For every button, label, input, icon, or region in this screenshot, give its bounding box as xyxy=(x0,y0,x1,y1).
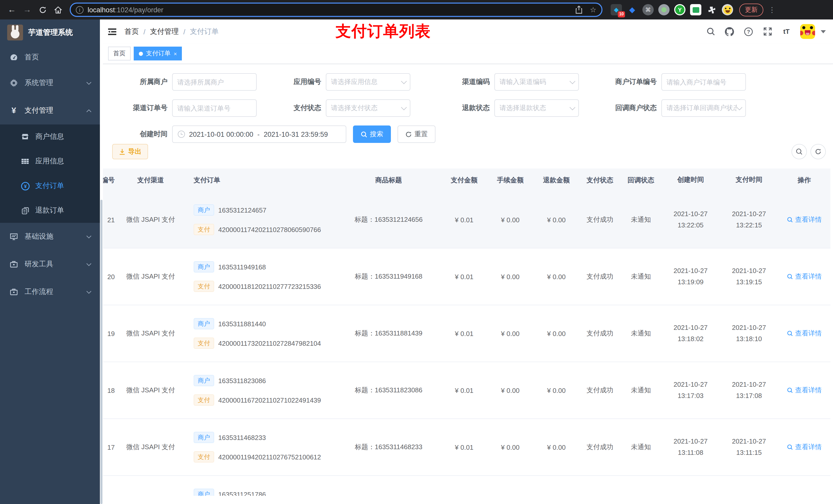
back-icon[interactable]: ← xyxy=(5,3,19,16)
col-header-id: 编号 xyxy=(102,175,115,185)
help-icon[interactable]: ? xyxy=(743,26,754,37)
col-header-title: 商品标题 xyxy=(336,175,441,185)
caret-down-icon[interactable] xyxy=(821,30,826,33)
scrollbar-thumb[interactable] xyxy=(100,200,102,504)
sidebar-item-infra[interactable]: 基础设施 xyxy=(0,223,100,250)
show-search-button[interactable] xyxy=(791,144,807,159)
merchant-input-field[interactable] xyxy=(177,78,252,86)
table-toolbar: 导出 xyxy=(100,144,833,159)
menu-fold-icon[interactable] xyxy=(107,26,117,37)
logo-image xyxy=(7,24,23,40)
search-icon[interactable] xyxy=(706,26,716,37)
cell-fee: ¥ 0.00 xyxy=(487,330,533,337)
search-button[interactable]: 搜索 xyxy=(353,125,391,143)
merchant-order-input[interactable] xyxy=(661,73,746,91)
share-icon[interactable] xyxy=(576,6,583,14)
view-detail-link[interactable]: 查看详情 xyxy=(787,329,822,338)
red-annotation: 支付订单列表 xyxy=(336,21,431,42)
cell-notify: 未通知 xyxy=(620,386,661,395)
cell-refund: ¥ 0.00 xyxy=(533,443,579,451)
user-avatar[interactable] xyxy=(800,24,815,39)
refresh-button[interactable] xyxy=(810,144,826,159)
extensions-puzzle-icon[interactable] xyxy=(706,4,717,15)
url-bar[interactable]: i localhost:1024/pay/order ☆ xyxy=(70,3,602,17)
app-title: 芋道管理系统 xyxy=(28,27,73,37)
tab-pay-order[interactable]: 支付订单 × xyxy=(134,47,182,61)
cell-action: 查看详情 xyxy=(778,442,830,452)
update-button[interactable]: 更新 xyxy=(739,3,763,16)
view-detail-link[interactable]: 查看详情 xyxy=(787,272,822,281)
filter-label: 退款状态 xyxy=(410,103,494,113)
export-button[interactable]: 导出 xyxy=(112,144,148,159)
close-icon[interactable]: × xyxy=(174,50,177,56)
sidebar-item-system[interactable]: 系统管理 xyxy=(0,69,100,97)
extension-chat-icon[interactable] xyxy=(690,4,701,15)
tab-home[interactable]: 首页 xyxy=(108,47,130,61)
sidebar-item-refund-order[interactable]: 退款订单 xyxy=(0,198,100,223)
notify-status-select[interactable]: 请选择订单回调商户状态 xyxy=(661,99,746,117)
cell-action: 查看详情 xyxy=(778,215,830,224)
breadcrumb-pay[interactable]: 支付管理 xyxy=(150,27,179,36)
channel-order-no: 4200001167202110271022491439 xyxy=(218,396,321,404)
fullscreen-icon[interactable] xyxy=(762,26,772,37)
cell-notify: 未通知 xyxy=(620,272,661,281)
reset-button[interactable]: 重置 xyxy=(398,125,435,143)
forward-icon[interactable]: → xyxy=(21,3,34,16)
view-detail-link[interactable]: 查看详情 xyxy=(787,215,822,224)
sidebar-item-pay[interactable]: ¥ 支付管理 xyxy=(0,97,100,124)
navbar: 首页 / 支付管理 / 支付订单 支付订单列表 ? tT xyxy=(100,20,833,44)
cell-amount: ¥ 0.01 xyxy=(441,386,487,394)
site-info-icon[interactable]: i xyxy=(76,6,84,14)
extension-dot-icon[interactable] xyxy=(658,4,670,15)
app-select[interactable]: 请选择应用信息 xyxy=(326,73,410,91)
app-logo[interactable]: 芋道管理系统 xyxy=(0,20,100,45)
refund-status-select[interactable]: 请选择退款状态 xyxy=(494,99,579,117)
cell-id: 20 xyxy=(102,273,115,281)
channel-code-select[interactable]: 请输入渠道编码 xyxy=(494,73,579,91)
extension-grid-icon[interactable]: ◆ 10 xyxy=(611,4,622,15)
filter-label: 应用编号 xyxy=(257,77,326,87)
channel-order-input-field[interactable] xyxy=(177,104,252,112)
view-detail-link[interactable]: 查看详情 xyxy=(787,386,822,395)
menu-dots-icon[interactable]: ⋮ xyxy=(768,6,776,14)
cell-id: 18 xyxy=(102,386,115,394)
extension-y-icon[interactable]: Y xyxy=(674,4,686,15)
toolbox-icon xyxy=(9,288,19,296)
sidebar-item-merchant-info[interactable]: 商户信息 xyxy=(0,124,100,149)
reload-icon[interactable] xyxy=(36,3,49,16)
orders-table: 编号 支付渠道 支付订单 商品标题 支付金额 手续金额 退款金额 支付状态 回调… xyxy=(102,169,830,496)
sidebar-item-workflow[interactable]: 工作流程 xyxy=(0,278,100,306)
home-icon[interactable] xyxy=(51,3,65,16)
merchant-tag: 商户 xyxy=(194,318,214,329)
extension-kite-icon[interactable]: ◆ xyxy=(626,4,638,15)
cell-fee: ¥ 0.00 xyxy=(487,443,533,451)
font-size-icon[interactable]: tT xyxy=(781,26,791,37)
filter-label: 渠道编码 xyxy=(410,77,494,87)
filter-label: 回调商户状态 xyxy=(579,103,661,113)
cell-title: 标题：1635311881439 xyxy=(336,329,441,338)
sidebar-item-label: 应用信息 xyxy=(35,157,64,166)
sidebar-item-label: 首页 xyxy=(25,52,39,62)
view-detail-link[interactable]: 查看详情 xyxy=(787,442,822,452)
merchant-order-input-field[interactable] xyxy=(667,78,741,86)
col-header-amount: 支付金额 xyxy=(441,175,487,185)
channel-order-input[interactable] xyxy=(172,99,257,117)
sidebar-item-label: 系统管理 xyxy=(25,78,53,88)
yen-circle-icon: ¥ xyxy=(21,182,30,190)
sidebar-item-home[interactable]: 首页 xyxy=(0,45,100,69)
extension-command-icon[interactable]: ⌘ xyxy=(642,4,654,15)
cell-status: 支付成功 xyxy=(579,215,620,224)
content-scrollbar[interactable] xyxy=(100,20,103,504)
github-icon[interactable] xyxy=(724,26,735,37)
sidebar-item-app-info[interactable]: 应用信息 xyxy=(0,149,100,174)
range-start: 2021-10-01 00:00:00 xyxy=(189,130,253,138)
merchant-input[interactable] xyxy=(172,73,257,91)
sidebar-item-label: 基础设施 xyxy=(25,232,53,241)
sidebar-item-devtools[interactable]: 研发工具 xyxy=(0,250,100,278)
bookmark-star-icon[interactable]: ☆ xyxy=(590,6,596,14)
breadcrumb-home[interactable]: 首页 xyxy=(124,27,139,36)
profile-avatar[interactable] xyxy=(722,4,733,15)
pay-status-select[interactable]: 请选择支付状态 xyxy=(326,99,410,117)
create-time-range-picker[interactable]: 2021-10-01 00:00:00 - 2021-10-31 23:59:5… xyxy=(172,125,346,143)
sidebar-item-pay-order[interactable]: ¥ 支付订单 xyxy=(0,174,100,198)
